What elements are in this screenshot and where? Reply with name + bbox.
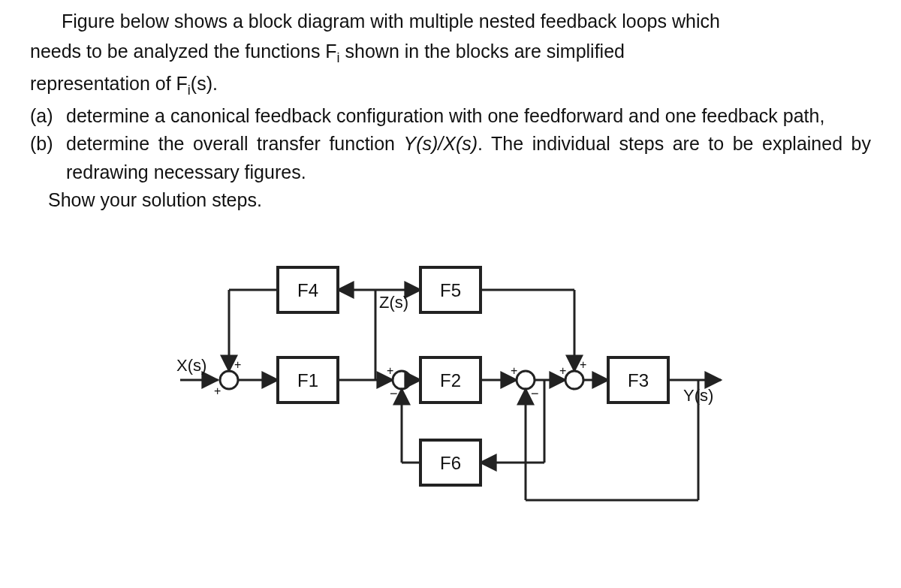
input-label: X(s): [176, 356, 206, 375]
block-f3-label: F3: [628, 370, 649, 390]
summer4-sign-bot: +: [559, 364, 566, 377]
show-steps-line: Show your solution steps.: [48, 186, 871, 215]
summer1-sign-top: +: [234, 358, 241, 371]
item-a-label: (a): [30, 102, 66, 131]
summer3-sign-bot: −: [531, 386, 539, 401]
block-f5-label: F5: [440, 280, 461, 300]
item-a-text: determine a canonical feedback configura…: [66, 102, 871, 131]
summer-4: [565, 371, 583, 389]
problem-text-line2: needs to be analyzed the functions Fi sh…: [30, 38, 871, 68]
summer3-sign-top: +: [511, 364, 517, 377]
summer2-sign-top: +: [387, 364, 393, 377]
block-f6-label: F6: [440, 453, 461, 473]
problem-text-line1: Figure below shows a block diagram with …: [30, 8, 871, 36]
block-f1-label: F1: [297, 370, 318, 390]
item-a: (a) determine a canonical feedback confi…: [30, 102, 871, 131]
summer2-sign-bot: −: [390, 386, 398, 401]
summer1-sign-bot: +: [214, 384, 221, 397]
summer-1: [220, 371, 238, 389]
item-b-label: (b): [30, 130, 66, 186]
summer4-sign-top: +: [580, 358, 586, 371]
item-b: (b) determine the overall transfer funct…: [30, 130, 871, 186]
block-diagram: X(s) + + F1 + − Z(s) F4: [165, 245, 736, 515]
block-f2-label: F2: [440, 370, 461, 390]
item-b-text: determine the overall transfer function …: [66, 130, 871, 186]
z-label: Z(s): [379, 293, 408, 312]
problem-text-line3: representation of Fi(s).: [30, 70, 871, 101]
block-f4-label: F4: [297, 280, 318, 300]
